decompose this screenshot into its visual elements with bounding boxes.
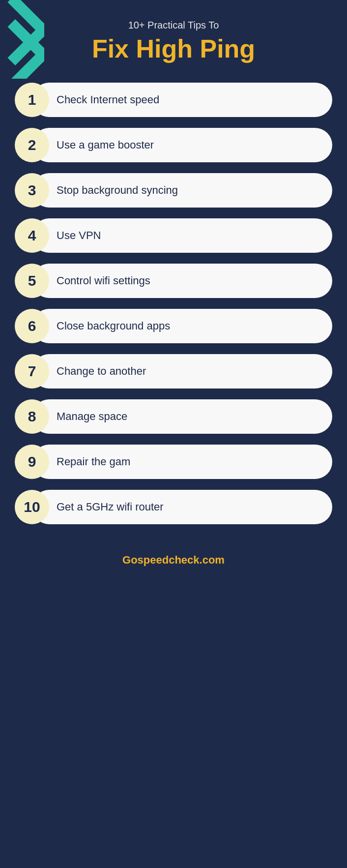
tip-number-10: 10 — [15, 490, 49, 524]
tip-number-3: 3 — [15, 173, 49, 208]
tip-number-7: 7 — [15, 354, 49, 389]
tip-text-1: Check Internet speed — [32, 83, 332, 117]
tip-text-3: Stop background syncing — [32, 173, 332, 208]
list-item: 6 Close background apps — [15, 309, 332, 343]
footer-text: Gospeedcheck.com — [10, 554, 337, 567]
list-item: 2 Use a game booster — [15, 128, 332, 162]
header-subtitle: 10+ Practical Tips To — [10, 20, 337, 31]
tips-list: 1 Check Internet speed 2 Use a game boos… — [0, 78, 347, 539]
list-item: 1 Check Internet speed — [15, 83, 332, 117]
tip-text-4: Use VPN — [32, 218, 332, 253]
tip-text-6: Close background apps — [32, 309, 332, 343]
tip-text-9: Repair the gam — [32, 445, 332, 479]
tip-text-8: Manage space — [32, 399, 332, 434]
page-title: Fix High Ping — [10, 35, 337, 63]
tip-number-6: 6 — [15, 309, 49, 343]
tip-number-8: 8 — [15, 399, 49, 434]
tip-text-7: Change to another — [32, 354, 332, 389]
list-item: 8 Manage space — [15, 399, 332, 434]
tip-number-5: 5 — [15, 264, 49, 298]
list-item: 3 Stop background syncing — [15, 173, 332, 208]
tip-number-4: 4 — [15, 218, 49, 253]
page-header: 10+ Practical Tips To Fix High Ping — [0, 0, 347, 78]
chevron-decoration — [0, 0, 44, 79]
list-item: 9 Repair the gam — [15, 445, 332, 479]
tip-text-5: Control wifi settings — [32, 264, 332, 298]
page-wrapper: 10+ Practical Tips To Fix High Ping 1 Ch… — [0, 0, 347, 868]
tip-text-2: Use a game booster — [32, 128, 332, 162]
page-footer: Gospeedcheck.com — [0, 544, 347, 576]
list-item: 10 Get a 5GHz wifi router — [15, 490, 332, 524]
list-item: 5 Control wifi settings — [15, 264, 332, 298]
list-item: 4 Use VPN — [15, 218, 332, 253]
tip-number-2: 2 — [15, 128, 49, 162]
tip-text-10: Get a 5GHz wifi router — [32, 490, 332, 524]
tip-number-9: 9 — [15, 445, 49, 479]
list-item: 7 Change to another — [15, 354, 332, 389]
tip-number-1: 1 — [15, 83, 49, 117]
